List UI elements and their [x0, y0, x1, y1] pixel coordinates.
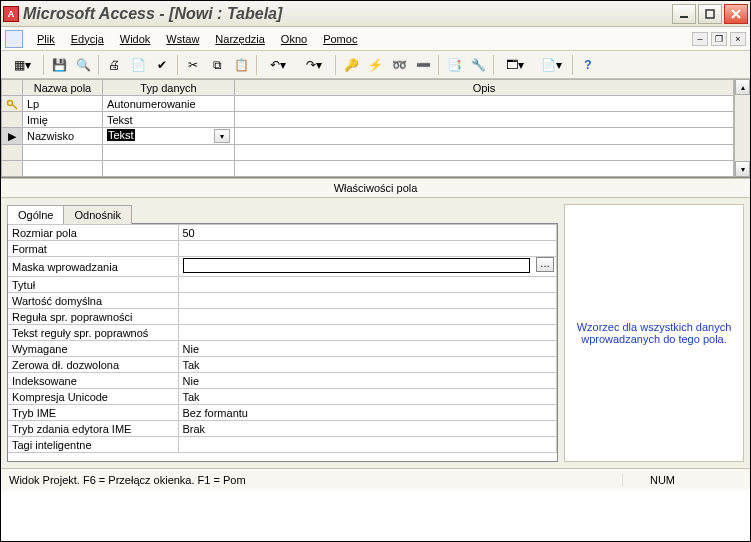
builder-button[interactable]: …: [536, 257, 554, 272]
property-name: Rozmiar pola: [8, 225, 178, 241]
cell-type[interactable]: Tekst: [103, 112, 235, 128]
close-button[interactable]: [724, 4, 748, 24]
property-input[interactable]: [183, 258, 531, 273]
property-row[interactable]: Tryb zdania edytora IMEBrak: [8, 421, 557, 437]
row-marker[interactable]: [2, 145, 23, 161]
grid-scrollbar[interactable]: ▴ ▾: [734, 79, 750, 177]
property-value[interactable]: …: [178, 257, 557, 277]
search-button[interactable]: 🔍: [72, 54, 94, 76]
table-row[interactable]: Lp Autonumerowanie: [2, 96, 734, 112]
scroll-down-button[interactable]: ▾: [735, 161, 750, 177]
property-value[interactable]: [178, 325, 557, 341]
mdi-close-button[interactable]: ×: [730, 32, 746, 46]
property-row[interactable]: Format: [8, 241, 557, 257]
cell-type[interactable]: Tekst▾: [103, 128, 235, 145]
maximize-button[interactable]: [698, 4, 722, 24]
save-button[interactable]: 💾: [48, 54, 70, 76]
mdi-restore-button[interactable]: ❐: [711, 32, 727, 46]
property-value[interactable]: [178, 241, 557, 257]
paste-button[interactable]: 📋: [230, 54, 252, 76]
cell-type[interactable]: Autonumerowanie: [103, 96, 235, 112]
property-row[interactable]: Tekst reguły spr. poprawnoś: [8, 325, 557, 341]
property-row[interactable]: Tytuł: [8, 277, 557, 293]
menu-edycja[interactable]: Edycja: [63, 31, 112, 47]
scroll-up-button[interactable]: ▴: [735, 79, 750, 95]
property-value[interactable]: Tak: [178, 357, 557, 373]
col-header-type[interactable]: Typ danych: [103, 80, 235, 96]
property-row[interactable]: Reguła spr. poprawności: [8, 309, 557, 325]
property-name: Tagi inteligentne: [8, 437, 178, 453]
property-row[interactable]: Wartość domyślna: [8, 293, 557, 309]
print-button[interactable]: 🖨: [103, 54, 125, 76]
menu-okno[interactable]: Okno: [273, 31, 315, 47]
help-button[interactable]: ?: [577, 54, 599, 76]
property-value[interactable]: 50: [178, 225, 557, 241]
property-row[interactable]: Zerowa dł. dozwolonaTak: [8, 357, 557, 373]
minimize-button[interactable]: [672, 4, 696, 24]
property-value[interactable]: Nie: [178, 341, 557, 357]
delete-rows-button[interactable]: ➖: [412, 54, 434, 76]
mdi-minimize-button[interactable]: –: [692, 32, 708, 46]
type-dropdown-button[interactable]: ▾: [214, 129, 230, 143]
property-row[interactable]: IndeksowaneNie: [8, 373, 557, 389]
property-row[interactable]: Rozmiar pola50: [8, 225, 557, 241]
table-view-icon[interactable]: [5, 30, 23, 48]
menu-wstaw[interactable]: Wstaw: [158, 31, 207, 47]
grid-corner[interactable]: [2, 80, 23, 96]
col-header-field[interactable]: Nazwa pola: [23, 80, 103, 96]
cell-field[interactable]: Imię: [23, 112, 103, 128]
build-button[interactable]: 🔧: [467, 54, 489, 76]
menu-pomoc[interactable]: Pomoc: [315, 31, 365, 47]
table-row[interactable]: [2, 145, 734, 161]
property-value[interactable]: Tak: [178, 389, 557, 405]
cell-field[interactable]: Lp: [23, 96, 103, 112]
status-text: Widok Projekt. F6 = Przełącz okienka. F1…: [9, 474, 622, 486]
property-row[interactable]: Maska wprowadzania…: [8, 257, 557, 277]
primary-key-button[interactable]: 🔑: [340, 54, 362, 76]
tab-lookup[interactable]: Odnośnik: [63, 205, 131, 224]
new-object-button[interactable]: 📄▾: [534, 54, 568, 76]
tab-general[interactable]: Ogólne: [7, 205, 64, 224]
row-marker-current[interactable]: ▶: [2, 128, 23, 145]
cell-desc[interactable]: [235, 128, 734, 145]
insert-rows-button[interactable]: ➿: [388, 54, 410, 76]
copy-button[interactable]: ⧉: [206, 54, 228, 76]
undo-button[interactable]: ↶▾: [261, 54, 295, 76]
menu-widok[interactable]: Widok: [112, 31, 159, 47]
col-header-desc[interactable]: Opis: [235, 80, 734, 96]
property-value[interactable]: Bez formantu: [178, 405, 557, 421]
database-window-button[interactable]: 🗔▾: [498, 54, 532, 76]
row-marker[interactable]: [2, 161, 23, 177]
row-marker[interactable]: [2, 112, 23, 128]
toolbar: ▦▾ 💾 🔍 🖨 📄 ✔ ✂ ⧉ 📋 ↶▾ ↷▾ 🔑 ⚡ ➿ ➖ 📑 🔧 🗔▾ …: [1, 51, 750, 79]
property-value[interactable]: Nie: [178, 373, 557, 389]
redo-button[interactable]: ↷▾: [297, 54, 331, 76]
indexes-button[interactable]: ⚡: [364, 54, 386, 76]
menu-narzedzia[interactable]: Narzędzia: [207, 31, 273, 47]
property-name: Kompresja Unicode: [8, 389, 178, 405]
property-name: Zerowa dł. dozwolona: [8, 357, 178, 373]
cell-desc[interactable]: [235, 112, 734, 128]
property-value[interactable]: [178, 437, 557, 453]
property-row[interactable]: Tryb IMEBez formantu: [8, 405, 557, 421]
cell-desc[interactable]: [235, 96, 734, 112]
table-row[interactable]: ▶ Nazwisko Tekst▾: [2, 128, 734, 145]
row-marker-key[interactable]: [2, 96, 23, 112]
table-row[interactable]: [2, 161, 734, 177]
property-row[interactable]: Kompresja UnicodeTak: [8, 389, 557, 405]
property-value[interactable]: [178, 277, 557, 293]
cell-field[interactable]: Nazwisko: [23, 128, 103, 145]
property-row[interactable]: WymaganeNie: [8, 341, 557, 357]
property-value[interactable]: [178, 293, 557, 309]
table-row[interactable]: Imię Tekst: [2, 112, 734, 128]
properties-button[interactable]: 📑: [443, 54, 465, 76]
property-value[interactable]: Brak: [178, 421, 557, 437]
menu-plik[interactable]: Plik: [29, 31, 63, 47]
status-numlock: NUM: [622, 474, 702, 486]
property-value[interactable]: [178, 309, 557, 325]
view-button[interactable]: ▦▾: [5, 54, 39, 76]
spellcheck-button[interactable]: ✔: [151, 54, 173, 76]
cut-button[interactable]: ✂: [182, 54, 204, 76]
print-preview-button[interactable]: 📄: [127, 54, 149, 76]
property-row[interactable]: Tagi inteligentne: [8, 437, 557, 453]
